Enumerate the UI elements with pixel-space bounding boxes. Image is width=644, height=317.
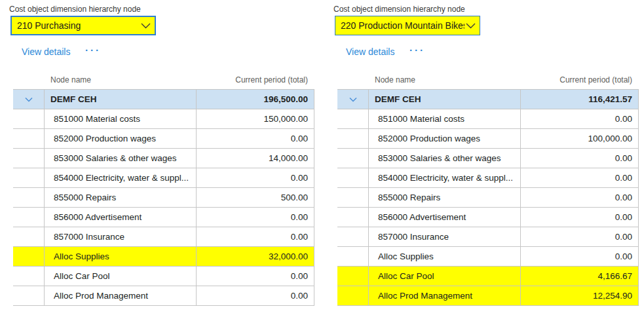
node-value-cell: 150,000.00 (197, 109, 314, 128)
row-toggle-cell (13, 168, 45, 187)
node-name-cell: 854000 Electricity, water & suppl... (369, 168, 521, 187)
table-row[interactable]: Alloc Car Pool0.00 (13, 267, 314, 286)
node-value-cell: 500.00 (197, 188, 314, 207)
row-toggle-cell (337, 168, 369, 187)
node-name-cell: Alloc Supplies (45, 247, 197, 266)
node-name-cell: Alloc Prod Management (369, 286, 521, 305)
node-value-cell: 32,000.00 (197, 247, 314, 266)
cost-panel-purchasing: Cost object dimension hierarchy node 210… (9, 0, 316, 317)
hierarchy-grid: Node name Current period (total) DEMF CE… (13, 71, 314, 306)
node-value-cell: 0.00 (521, 208, 638, 227)
column-header-current-period[interactable]: Current period (total) (197, 75, 314, 84)
table-row[interactable]: 852000 Production wages0.00 (13, 129, 314, 149)
grid-header: Node name Current period (total) (337, 71, 639, 89)
node-name-cell: 852000 Production wages (45, 129, 197, 148)
node-name-cell: 853000 Salaries & other wages (45, 149, 197, 168)
chevron-down-icon[interactable] (141, 23, 151, 29)
node-name-cell: Alloc Supplies (369, 247, 521, 266)
row-toggle-cell (337, 188, 369, 207)
row-toggle-cell (337, 227, 369, 246)
grid-body: DEMF CEH196,500.00851000 Material costs1… (13, 89, 314, 306)
field-label: Cost object dimension hierarchy node (9, 5, 141, 14)
table-row[interactable]: 852000 Production wages100,000.00 (337, 129, 638, 149)
node-value-cell: 0.00 (197, 208, 314, 227)
table-row[interactable]: 857000 Insurance0.00 (337, 227, 638, 247)
chevron-down-icon (349, 94, 357, 104)
row-toggle-cell (13, 247, 45, 266)
node-name-cell: 851000 Material costs (45, 109, 197, 128)
hierarchy-node-dropdown[interactable]: 220 Production Mountain Bikes (335, 16, 480, 35)
column-header-node-name[interactable]: Node name (45, 75, 197, 84)
node-name-cell: 853000 Salaries & other wages (369, 149, 521, 168)
table-row[interactable]: 854000 Electricity, water & suppl...0.00 (337, 168, 638, 188)
table-row[interactable]: 853000 Salaries & other wages0.00 (337, 149, 638, 168)
expand-toggle[interactable] (13, 90, 45, 109)
table-row[interactable]: 851000 Material costs150,000.00 (13, 109, 314, 129)
row-toggle-cell (13, 227, 45, 246)
table-row[interactable]: 855000 Repairs500.00 (13, 188, 314, 208)
node-value-cell: 14,000.00 (197, 149, 314, 168)
node-value-cell: 0.00 (197, 129, 314, 148)
chevron-down-icon[interactable] (466, 23, 476, 29)
table-row[interactable]: Alloc Prod Management12,254.90 (337, 286, 638, 306)
node-value-cell: 0.00 (197, 267, 314, 286)
node-value-cell: 4,166.67 (521, 267, 638, 286)
view-details-link[interactable]: View details (346, 47, 394, 57)
node-value-cell: 0.00 (521, 227, 638, 246)
row-toggle-cell (337, 208, 369, 227)
node-name-cell: 855000 Repairs (369, 188, 521, 207)
row-toggle-cell (13, 109, 45, 128)
table-row[interactable]: Alloc Supplies32,000.00 (13, 247, 314, 267)
more-options-button[interactable]: ··· (409, 45, 425, 56)
node-name-cell: Alloc Prod Management (45, 286, 197, 305)
node-value-cell: 0.00 (521, 188, 638, 207)
hierarchy-node-dropdown[interactable]: 210 Purchasing (10, 16, 156, 35)
node-value-cell: 0.00 (521, 168, 638, 187)
node-value-cell: 116,421.57 (521, 90, 638, 109)
table-row[interactable]: 855000 Repairs0.00 (337, 188, 638, 208)
node-name-cell: 857000 Insurance (45, 227, 197, 246)
expand-toggle[interactable] (337, 90, 369, 109)
table-row[interactable]: 854000 Electricity, water & suppl...0.00 (13, 168, 314, 188)
node-name-cell: DEMF CEH (369, 90, 521, 109)
table-row[interactable]: 856000 Advertisement0.00 (337, 208, 638, 227)
row-toggle-cell (13, 208, 45, 227)
row-toggle-cell (13, 286, 45, 305)
table-row[interactable]: 853000 Salaries & other wages14,000.00 (13, 149, 314, 168)
table-row[interactable]: Alloc Supplies0.00 (337, 247, 638, 267)
row-toggle-cell (337, 149, 369, 168)
table-row[interactable]: DEMF CEH196,500.00 (13, 90, 314, 109)
table-row[interactable]: 851000 Material costs0.00 (337, 109, 638, 129)
node-value-cell: 12,254.90 (521, 286, 638, 305)
node-value-cell: 0.00 (521, 247, 638, 266)
row-toggle-cell (13, 129, 45, 148)
node-name-cell: 854000 Electricity, water & suppl... (45, 168, 197, 187)
row-toggle-cell (337, 267, 369, 286)
node-name-cell: 852000 Production wages (369, 129, 521, 148)
grid-header: Node name Current period (total) (13, 71, 314, 89)
table-row[interactable]: Alloc Prod Management0.00 (13, 286, 314, 306)
table-row[interactable]: DEMF CEH116,421.57 (337, 90, 638, 109)
more-options-button[interactable]: ··· (85, 45, 101, 56)
node-name-cell: 855000 Repairs (45, 188, 197, 207)
node-name-cell: DEMF CEH (45, 90, 197, 109)
table-row[interactable]: 857000 Insurance0.00 (13, 227, 314, 247)
node-name-cell: Alloc Car Pool (369, 267, 521, 286)
column-header-node-name[interactable]: Node name (369, 75, 521, 84)
row-toggle-cell (13, 188, 45, 207)
table-row[interactable]: 856000 Advertisement0.00 (13, 208, 314, 227)
hierarchy-grid: Node name Current period (total) DEMF CE… (337, 71, 639, 306)
node-name-cell: 856000 Advertisement (45, 208, 197, 227)
node-name-cell: 856000 Advertisement (369, 208, 521, 227)
row-toggle-cell (13, 149, 45, 168)
view-details-link[interactable]: View details (22, 47, 70, 57)
node-name-cell: 857000 Insurance (369, 227, 521, 246)
node-value-cell: 0.00 (521, 149, 638, 168)
row-toggle-cell (337, 247, 369, 266)
table-row[interactable]: Alloc Car Pool4,166.67 (337, 267, 638, 286)
chevron-down-icon (25, 94, 33, 104)
node-name-cell: Alloc Car Pool (45, 267, 197, 286)
node-value-cell: 0.00 (197, 168, 314, 187)
column-header-current-period[interactable]: Current period (total) (521, 75, 638, 84)
row-toggle-cell (13, 267, 45, 286)
